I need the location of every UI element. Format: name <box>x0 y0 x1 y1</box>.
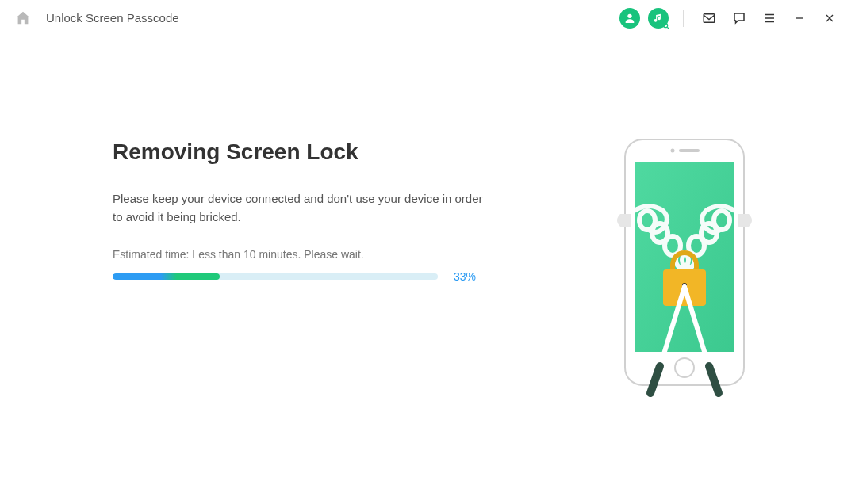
description: Please keep your device connected and do… <box>113 190 493 226</box>
titlebar: Unlock Screen Passcode <box>0 0 855 36</box>
home-icon[interactable] <box>14 10 32 27</box>
progress-bar <box>113 273 438 280</box>
mail-icon[interactable] <box>698 7 720 29</box>
account-icon[interactable] <box>619 8 640 29</box>
window-title: Unlock Screen Passcode <box>46 11 179 25</box>
eta-text: Estimated time: Less than 10 minutes. Pl… <box>113 248 525 261</box>
progress-percent: 33% <box>454 270 476 283</box>
progress-row: 33% <box>113 270 525 283</box>
toolbar-divider <box>683 10 684 27</box>
close-button[interactable] <box>819 7 841 29</box>
svg-point-0 <box>627 13 631 17</box>
music-icon[interactable] <box>648 8 669 29</box>
phone-illustration <box>609 139 768 412</box>
progress-panel: Removing Screen Lock Please keep your de… <box>113 139 525 412</box>
minimize-button[interactable] <box>788 7 811 29</box>
svg-point-1 <box>664 23 668 27</box>
progress-fill <box>113 273 220 280</box>
svg-rect-5 <box>679 149 700 152</box>
menu-icon[interactable] <box>758 7 780 29</box>
heading: Removing Screen Lock <box>113 139 525 165</box>
top-icons <box>619 7 841 29</box>
feedback-icon[interactable] <box>728 7 750 29</box>
content-area: Removing Screen Lock Please keep your de… <box>0 36 855 412</box>
svg-rect-2 <box>704 13 715 22</box>
svg-point-4 <box>671 149 675 153</box>
